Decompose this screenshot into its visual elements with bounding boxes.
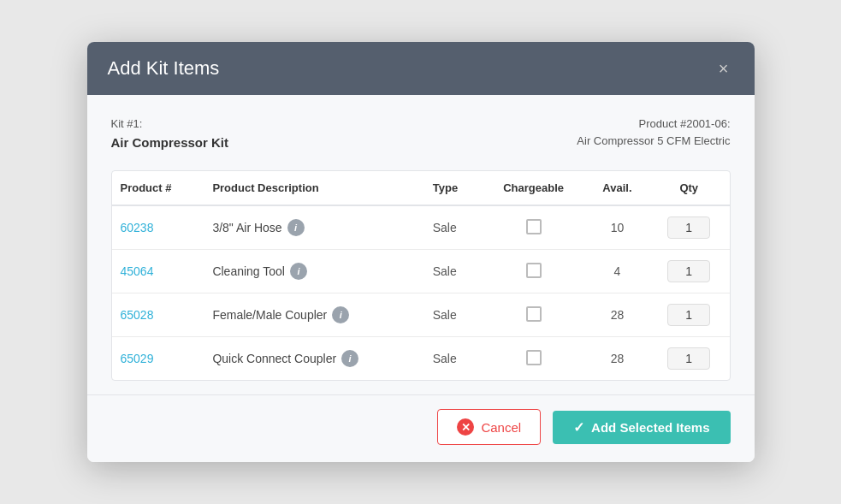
info-icon[interactable]: i bbox=[290, 263, 307, 280]
product-link[interactable]: 65028 bbox=[121, 308, 154, 322]
avail-count: 28 bbox=[586, 337, 649, 381]
table-row: 65029Quick Connect CoupleriSale28 bbox=[112, 337, 730, 381]
modal-body: Kit #1: Air Compressor Kit Product #2001… bbox=[87, 95, 755, 395]
modal-overlay: Add Kit Items × Kit #1: Air Compressor K… bbox=[0, 0, 841, 504]
qty-input[interactable] bbox=[667, 304, 710, 326]
info-icon[interactable]: i bbox=[341, 350, 358, 367]
qty-input[interactable] bbox=[667, 216, 710, 239]
kit-label: Kit #1: bbox=[111, 116, 229, 133]
items-table: Product # Product Description Type Charg… bbox=[112, 171, 730, 380]
product-description: 3/8" Air Hose bbox=[212, 221, 281, 234]
product-link[interactable]: 45064 bbox=[121, 264, 154, 278]
table-row: 602383/8" Air HoseiSale10 bbox=[112, 205, 730, 250]
add-label: Add Selected Items bbox=[591, 420, 709, 435]
table-row: 45064Cleaning TooliSale4 bbox=[112, 250, 730, 294]
th-qty: Qty bbox=[649, 171, 729, 205]
product-type: Sale bbox=[424, 337, 482, 381]
avail-count: 4 bbox=[586, 250, 649, 294]
product-description: Female/Male Coupler bbox=[212, 308, 327, 322]
product-description: Quick Connect Coupler bbox=[212, 352, 336, 365]
checkmark-icon: ✓ bbox=[573, 419, 584, 436]
add-selected-button[interactable]: ✓ Add Selected Items bbox=[553, 411, 730, 444]
kit-info-left: Kit #1: Air Compressor Kit bbox=[111, 116, 229, 154]
modal-header: Add Kit Items × bbox=[87, 42, 755, 95]
kit-info-right: Product #2001-06: Air Compressor 5 CFM E… bbox=[577, 116, 730, 154]
cancel-label: Cancel bbox=[481, 420, 521, 435]
th-avail: Avail. bbox=[586, 171, 649, 205]
chargeable-checkbox[interactable] bbox=[526, 263, 542, 278]
cancel-button[interactable]: ✕ Cancel bbox=[437, 409, 541, 445]
th-product-num: Product # bbox=[112, 171, 204, 205]
kit-info: Kit #1: Air Compressor Kit Product #2001… bbox=[111, 116, 731, 154]
th-chargeable: Chargeable bbox=[481, 171, 586, 205]
product-name: Air Compressor 5 CFM Electric bbox=[577, 133, 730, 151]
info-icon[interactable]: i bbox=[332, 306, 349, 323]
table-header-row: Product # Product Description Type Charg… bbox=[112, 171, 730, 205]
items-table-wrap: Product # Product Description Type Charg… bbox=[111, 170, 731, 381]
qty-input[interactable] bbox=[667, 260, 710, 282]
info-icon[interactable]: i bbox=[287, 219, 305, 236]
qty-input[interactable] bbox=[667, 347, 710, 370]
modal-dialog: Add Kit Items × Kit #1: Air Compressor K… bbox=[87, 42, 755, 463]
modal-title: Add Kit Items bbox=[108, 57, 220, 80]
avail-count: 10 bbox=[586, 205, 649, 250]
product-type: Sale bbox=[424, 205, 482, 250]
product-description: Cleaning Tool bbox=[212, 264, 285, 278]
product-type: Sale bbox=[424, 294, 482, 337]
chargeable-checkbox[interactable] bbox=[526, 306, 542, 322]
close-button[interactable]: × bbox=[714, 58, 734, 79]
chargeable-checkbox[interactable] bbox=[526, 219, 542, 234]
modal-footer: ✕ Cancel ✓ Add Selected Items bbox=[87, 394, 755, 462]
product-label: Product #2001-06: bbox=[577, 116, 730, 133]
avail-count: 28 bbox=[586, 294, 649, 337]
th-type: Type bbox=[424, 171, 482, 205]
kit-name: Air Compressor Kit bbox=[111, 135, 229, 150]
th-description: Product Description bbox=[204, 171, 423, 205]
table-row: 65028Female/Male CoupleriSale28 bbox=[112, 294, 730, 337]
product-link[interactable]: 65029 bbox=[121, 352, 154, 365]
product-type: Sale bbox=[424, 250, 482, 294]
product-link[interactable]: 60238 bbox=[121, 221, 154, 234]
chargeable-checkbox[interactable] bbox=[526, 350, 542, 365]
cancel-x-icon: ✕ bbox=[457, 418, 474, 436]
